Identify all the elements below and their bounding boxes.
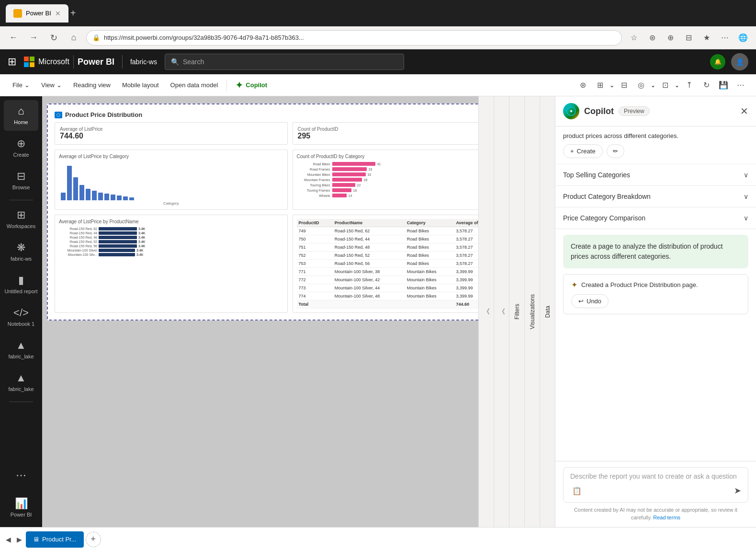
avg-listprice-chart: Average of ListPrice by Category [55, 149, 288, 210]
workspaces-label: Workspaces [7, 223, 35, 230]
fabric-ws-icon: ❋ [17, 241, 25, 254]
split-view-icon[interactable]: ⊟ [681, 31, 696, 45]
suggestion-actions: + Create ✏ [563, 144, 748, 158]
collections-icon[interactable]: ⊛ [645, 31, 659, 45]
binoculars-icon[interactable]: ⊛ [575, 78, 590, 93]
horiz-bar-fill-1 [332, 167, 367, 171]
sidebar-item-fabric-lake2[interactable]: ▲ fabric_lake [4, 367, 38, 398]
bottom-bar-fill-1 [99, 231, 137, 235]
next-page-btn[interactable]: ▶ [15, 534, 24, 545]
new-tab-button[interactable]: + [70, 8, 76, 19]
horiz-label-3: Mountain Frames [297, 178, 330, 182]
sensitivity-icon[interactable]: ⊡ [657, 78, 673, 93]
bar-item [67, 166, 72, 200]
file-chevron-icon: ⌄ [24, 81, 30, 89]
data-toggle[interactable]: Data [540, 96, 555, 527]
copilot-sparkle-icon: ✦ [236, 80, 243, 91]
bottom-bar-val-4: 3.4K [138, 244, 145, 248]
add-page-button[interactable]: + [86, 532, 101, 547]
home-button[interactable]: ⌂ [66, 30, 81, 46]
open-data-model-button[interactable]: Open data model [166, 78, 223, 93]
more-options-icon[interactable]: ⋯ [733, 78, 748, 93]
cell-pid: 749 [297, 227, 333, 235]
edge-icon[interactable]: 🌐 [736, 31, 750, 45]
notification-avatar[interactable]: 🔔 [710, 54, 725, 69]
lake1-icon: ▲ [16, 339, 26, 352]
bottom-bar-val-1: 3.4K [138, 231, 145, 235]
edit-suggestion-button[interactable]: ✏ [607, 144, 624, 158]
publish-icon[interactable]: ⤒ [681, 78, 697, 93]
sidebar-item-untitled-report[interactable]: ▮ Untitled report [4, 269, 38, 300]
collapse-btn-center[interactable]: 《 [494, 96, 509, 527]
sidebar-item-workspaces[interactable]: ⊞ Workspaces [4, 204, 38, 235]
nav-actions: ☆ ⊛ ⊕ ⊟ ★ ⋯ 🌐 [627, 31, 750, 45]
horiz-bar-fill-6 [332, 194, 347, 197]
sidebar-item-notebook[interactable]: </> Notebook 1 [4, 302, 38, 333]
bottom-bar-row-0: Road-150 Red, 62 3.4K [59, 227, 283, 230]
format-icon[interactable]: ⊟ [616, 78, 632, 93]
svg-rect-1 [30, 57, 34, 61]
visualizations-toggle[interactable]: Visualizations [524, 96, 540, 527]
save-icon[interactable]: 💾 [716, 78, 731, 93]
sidebar-item-browse[interactable]: ⊟ Browse [4, 165, 38, 196]
mobile-layout-button[interactable]: Mobile layout [117, 78, 164, 93]
read-terms-link[interactable]: Read terms [653, 515, 680, 520]
clipboard-icon-btn[interactable]: 📋 [570, 484, 584, 497]
sidebar-item-more[interactable]: ⋯ [4, 460, 38, 491]
copilot-toolbar-button[interactable]: ✦ Copilot [231, 78, 272, 92]
active-tab[interactable]: Power BI ✕ [6, 4, 68, 23]
sidebar-item-fabric-lake1[interactable]: ▲ fabric_lake [4, 334, 38, 365]
horiz-value-2: 32 [368, 173, 372, 176]
extensions-icon[interactable]: ⊕ [663, 31, 677, 45]
horiz-label-6: Wheels [297, 194, 330, 197]
sparkle-created-icon: ✦ [571, 280, 577, 289]
browse-label: Browse [12, 184, 30, 191]
more-tools-icon[interactable]: ⋯ [718, 31, 732, 45]
horiz-label-4: Touring Bikes [297, 184, 330, 187]
svg-point-5 [570, 110, 572, 112]
shapes-icon[interactable]: ◎ [633, 78, 649, 93]
horiz-value-0: 41 [377, 162, 381, 166]
bar-item [61, 193, 66, 200]
accordion-header-price-comparison[interactable]: Price Category Comparison ∨ [555, 207, 756, 229]
copilot-input-box[interactable]: Describe the report you want to create o… [563, 467, 748, 503]
page-tab-product[interactable]: 🖥 Product Pr... [26, 531, 84, 548]
undo-button[interactable]: ↩ Undo [571, 294, 609, 308]
favorites-icon[interactable]: ☆ [627, 31, 641, 45]
create-suggestion-button[interactable]: + Create [563, 144, 603, 158]
sidebar-item-fabric-ws[interactable]: ❋ fabric-ws [4, 237, 38, 267]
view-menu-button[interactable]: View ⌄ [36, 78, 67, 93]
forward-button[interactable]: → [26, 30, 41, 46]
accordion-label-product-breakdown: Product Category Breakdown [563, 193, 651, 200]
sidebar-item-powerbi[interactable]: 📊 Power BI [4, 493, 38, 523]
bottom-bar-fill-4 [99, 244, 137, 248]
search-bar[interactable]: 🔍 Search [165, 54, 404, 70]
prev-page-btn[interactable]: ◀ [4, 534, 13, 545]
browser-tabs: Power BI ✕ + [6, 0, 76, 26]
page-tab-icon: 🖥 [33, 536, 39, 543]
accordion-header-product-breakdown[interactable]: Product Category Breakdown ∨ [555, 186, 756, 207]
refresh-icon[interactable]: ↻ [699, 78, 714, 93]
refresh-button[interactable]: ↻ [46, 30, 61, 46]
report-canvas: ⬡ Product Price Distribution Category Al… [47, 103, 533, 321]
copilot-close-button[interactable]: ✕ [740, 105, 748, 117]
collapse-btn-left[interactable]: 《 [478, 96, 494, 527]
table-icon[interactable]: ⊞ [592, 78, 608, 93]
bottom-bar-row-4: Road-150 Red, 56 3.4K [59, 244, 283, 248]
url-bar[interactable]: 🔒 https://msit.powerbi.com/groups/32a98b… [86, 30, 622, 46]
sidebar-item-home[interactable]: ⌂ Home [4, 100, 38, 131]
accordion-header-top-selling[interactable]: Top Selling Categories ∨ [555, 164, 756, 185]
apps-icon[interactable]: ⊞ [8, 56, 16, 68]
tab-close-btn[interactable]: ✕ [55, 10, 61, 17]
sidebar-item-create[interactable]: ⊕ Create [4, 133, 38, 163]
user-avatar[interactable]: 👤 [731, 53, 748, 70]
reading-view-button[interactable]: Reading view [68, 78, 115, 93]
back-button[interactable]: ← [6, 30, 21, 46]
send-button[interactable]: ➤ [734, 485, 741, 496]
favorites-bar-icon[interactable]: ★ [700, 31, 714, 45]
filters-toggle[interactable]: Filters [509, 96, 524, 527]
lock-icon: 🔒 [92, 34, 100, 41]
chart-title-0: Average of ListPrice by Category [59, 154, 283, 159]
file-menu-button[interactable]: File ⌄ [8, 78, 34, 93]
microsoft-logo-icon [24, 57, 34, 67]
